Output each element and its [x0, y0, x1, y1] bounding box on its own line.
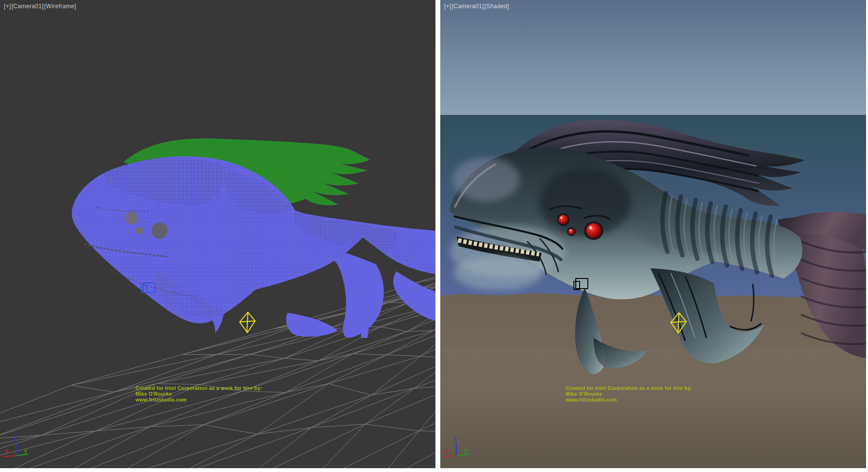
dual-viewport-stage: x y z [+][Camera01][Wireframe] Created f… — [0, 0, 868, 472]
watermark-line: www.fritzstudio.com — [136, 397, 262, 403]
eye-small-upper — [558, 215, 568, 224]
eye-large — [586, 223, 601, 238]
watermark-line: Mike O'Rourke — [136, 391, 262, 397]
viewport-wireframe[interactable]: x y z [+][Camera01][Wireframe] Created f… — [0, 0, 435, 468]
axis-x-label: x — [5, 448, 9, 455]
viewport-label: [+][Camera01][Wireframe] — [4, 3, 77, 10]
viewport-menu-pov[interactable]: [Camera01] — [452, 3, 484, 10]
viewport-menu-shading[interactable]: [Shaded] — [485, 3, 509, 10]
eye-small-lower — [569, 229, 575, 235]
ground-light-band — [440, 350, 866, 358]
watermark-line: Mike O'Rourke — [566, 391, 692, 397]
watermark-line: www.fritzstudio.com — [566, 397, 692, 403]
viewport-menu-pov[interactable]: [Camera01] — [12, 3, 44, 10]
axis-y-label: y — [24, 447, 27, 454]
watermark-credit: Created for Intel Corporation as a work … — [566, 386, 692, 403]
sky-upper — [440, 0, 866, 115]
axis-z-label: z — [454, 435, 457, 442]
watermark-credit: Created for Intel Corporation as a work … — [136, 386, 262, 403]
viewport-menu-shading[interactable]: [Wireframe] — [44, 3, 76, 10]
ground-plane — [440, 293, 866, 468]
viewport-menu-general[interactable]: [+] — [4, 3, 11, 10]
axis-x-label: x — [446, 448, 449, 455]
viewport-menu-general[interactable]: [+] — [444, 3, 451, 10]
axis-y-label: y — [464, 447, 468, 454]
axis-z-label: z — [14, 435, 16, 442]
viewport-shaded[interactable]: x y z [+][Camera01][Shaded] Created for … — [440, 0, 866, 468]
viewport-label: [+][Camera01][Shaded] — [444, 3, 510, 10]
